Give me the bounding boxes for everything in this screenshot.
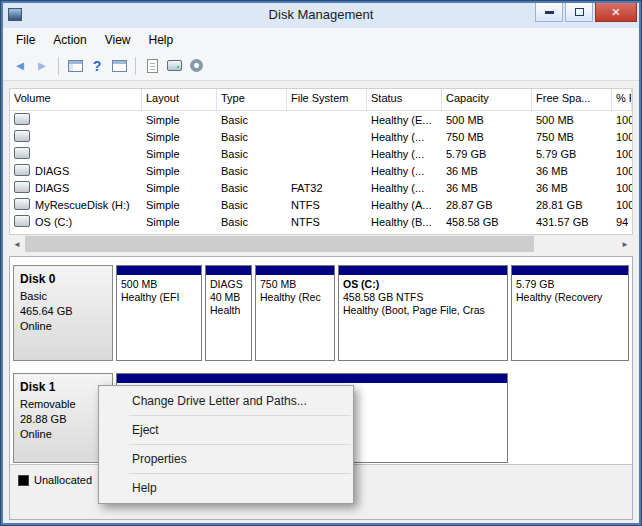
caption-buttons bbox=[533, 3, 637, 22]
menu-item-help[interactable]: Help bbox=[99, 476, 353, 500]
volume-icon bbox=[14, 113, 30, 125]
disk-size: 28.88 GB bbox=[20, 412, 106, 427]
cell-type: Basic bbox=[217, 165, 287, 177]
column-header-capacity[interactable]: Capacity bbox=[442, 89, 532, 110]
column-header-layout[interactable]: Layout bbox=[142, 89, 217, 110]
disk-status: Online bbox=[20, 427, 106, 442]
window-glyph bbox=[112, 60, 127, 72]
column-header-volume[interactable]: Volume bbox=[10, 89, 142, 110]
partition-status: Healthy (Recovery bbox=[516, 291, 624, 304]
titlebar[interactable]: Disk Management bbox=[3, 3, 639, 28]
disk0-header[interactable]: Disk 0 Basic 465.64 GB Online bbox=[13, 265, 113, 361]
cell-layout: Simple bbox=[142, 148, 217, 160]
partition-stripe bbox=[256, 266, 334, 275]
cell-percent-free: 100 bbox=[612, 199, 632, 211]
menu-item-properties[interactable]: Properties bbox=[99, 447, 353, 471]
menu-bar: File Action View Help bbox=[3, 28, 639, 51]
partition-size: 458.58 GB NTFS bbox=[343, 291, 503, 304]
legend-item-unallocated: Unallocated bbox=[18, 474, 92, 486]
scroll-left-button[interactable] bbox=[9, 236, 25, 252]
disk0-partitions: 500 MB Healthy (EFI DIAGS 40 MB Health bbox=[116, 265, 629, 361]
table-row[interactable]: DIAGS Simple Basic Healthy (... 36 MB 36… bbox=[10, 162, 632, 179]
volume-table: Volume Layout Type File System Status Ca… bbox=[9, 88, 633, 235]
menu-file[interactable]: File bbox=[7, 29, 44, 51]
disk-properties-icon[interactable] bbox=[163, 56, 185, 76]
forward-icon[interactable] bbox=[31, 56, 53, 76]
partition-size: 40 MB bbox=[210, 291, 247, 304]
partition-recovery-750[interactable]: 750 MB Healthy (Rec bbox=[255, 265, 335, 361]
back-icon[interactable] bbox=[9, 56, 31, 76]
partition-stripe bbox=[117, 266, 201, 275]
cell-status: Healthy (... bbox=[367, 148, 442, 160]
cell-percent-free: 100 bbox=[612, 148, 632, 160]
minimize-button[interactable] bbox=[535, 3, 563, 22]
disk-management-window: Disk Management File Action View Help ? … bbox=[0, 0, 642, 526]
close-button[interactable] bbox=[595, 3, 637, 22]
scroll-right-button[interactable] bbox=[617, 236, 633, 252]
partition-label: DIAGS bbox=[210, 278, 247, 291]
refresh-icon[interactable] bbox=[141, 56, 163, 76]
disk-size: 465.64 GB bbox=[20, 304, 106, 319]
table-row[interactable]: OS (C:) Simple Basic NTFS Healthy (B... … bbox=[10, 213, 632, 230]
cell-capacity: 36 MB bbox=[442, 165, 532, 177]
table-row[interactable]: Simple Basic Healthy (E... 500 MB 500 MB… bbox=[10, 111, 632, 128]
cell-type: Basic bbox=[217, 199, 287, 211]
column-header-free-space[interactable]: Free Spa... bbox=[532, 89, 612, 110]
horizontal-scrollbar[interactable] bbox=[9, 236, 633, 252]
volume-icon bbox=[14, 198, 30, 210]
cell-layout: Simple bbox=[142, 182, 217, 194]
cell-capacity: 36 MB bbox=[442, 182, 532, 194]
show-console-tree-icon[interactable] bbox=[64, 56, 86, 76]
menu-action[interactable]: Action bbox=[44, 29, 95, 51]
partition-status: Health bbox=[210, 304, 247, 317]
column-header-status[interactable]: Status bbox=[367, 89, 442, 110]
partition-stripe bbox=[512, 266, 628, 275]
console-tree-glyph bbox=[68, 60, 83, 72]
unallocated-swatch-icon bbox=[18, 475, 29, 486]
table-row[interactable]: DIAGS Simple Basic FAT32 Healthy (... 36… bbox=[10, 179, 632, 196]
maximize-button[interactable] bbox=[565, 3, 593, 22]
volume-icon bbox=[14, 181, 30, 193]
cell-capacity: 28.87 GB bbox=[442, 199, 532, 211]
table-row[interactable]: Simple Basic Healthy (... 5.79 GB 5.79 G… bbox=[10, 145, 632, 162]
gear-glyph bbox=[190, 59, 203, 72]
partition-efi[interactable]: 500 MB Healthy (EFI bbox=[116, 265, 202, 361]
cell-filesystem: NTFS bbox=[287, 199, 367, 211]
disk-type: Basic bbox=[20, 289, 106, 304]
settings-icon[interactable] bbox=[185, 56, 207, 76]
menu-separator bbox=[129, 473, 351, 474]
menu-item-eject[interactable]: Eject bbox=[99, 418, 353, 442]
menu-separator bbox=[129, 415, 351, 416]
cell-free: 500 MB bbox=[532, 114, 612, 126]
export-list-icon[interactable] bbox=[108, 56, 130, 76]
partition-stripe bbox=[117, 374, 507, 383]
menu-view[interactable]: View bbox=[96, 29, 140, 51]
cell-type: Basic bbox=[217, 148, 287, 160]
menu-item-change-drive-letter[interactable]: Change Drive Letter and Paths... bbox=[99, 389, 353, 413]
scrollbar-thumb[interactable] bbox=[25, 236, 534, 252]
menu-help[interactable]: Help bbox=[140, 29, 183, 51]
column-header-filesystem[interactable]: File System bbox=[287, 89, 367, 110]
partition-diags[interactable]: DIAGS 40 MB Health bbox=[205, 265, 252, 361]
partition-label: 5.79 GB bbox=[516, 278, 624, 291]
partition-os-c[interactable]: OS (C:) 458.58 GB NTFS Healthy (Boot, Pa… bbox=[338, 265, 508, 361]
maximize-icon bbox=[575, 8, 584, 16]
cell-capacity: 500 MB bbox=[442, 114, 532, 126]
toolbar: ? bbox=[3, 51, 639, 81]
column-header-type[interactable]: Type bbox=[217, 89, 287, 110]
table-row[interactable]: MyRescueDisk (H:) Simple Basic NTFS Heal… bbox=[10, 196, 632, 213]
volume-icon bbox=[14, 147, 30, 159]
document-glyph bbox=[147, 59, 158, 73]
column-header-percent-free[interactable]: % F bbox=[612, 89, 632, 110]
cell-percent-free: 100 bbox=[612, 165, 632, 177]
partition-status: Healthy (EFI bbox=[121, 291, 197, 304]
partition-recovery-579[interactable]: 5.79 GB Healthy (Recovery bbox=[511, 265, 629, 361]
menu-separator bbox=[129, 444, 351, 445]
cell-status: Healthy (... bbox=[367, 182, 442, 194]
help-icon[interactable]: ? bbox=[86, 56, 108, 76]
scrollbar-track[interactable] bbox=[25, 236, 617, 252]
context-menu: Change Drive Letter and Paths... Eject P… bbox=[98, 385, 354, 504]
table-row[interactable]: Simple Basic Healthy (... 750 MB 750 MB … bbox=[10, 128, 632, 145]
toolbar-separator bbox=[58, 57, 59, 75]
cell-type: Basic bbox=[217, 182, 287, 194]
